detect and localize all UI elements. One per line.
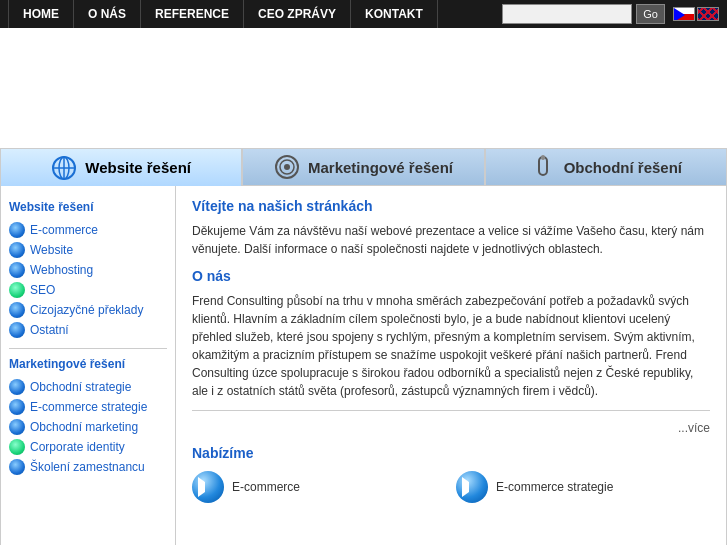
sidebar-item-seo[interactable]: SEO: [9, 280, 167, 300]
nabizime-title: Nabízíme: [192, 445, 710, 461]
bullet-icon: [9, 282, 25, 298]
banner-area: [0, 28, 727, 148]
bullet-icon: [9, 399, 25, 415]
bullet-icon: [9, 419, 25, 435]
language-flags: [673, 7, 719, 21]
sidebar-divider: [9, 348, 167, 349]
nav-ceozpravy[interactable]: CEO ZPRÁVY: [244, 0, 351, 28]
sidebar-item-website[interactable]: Website: [9, 240, 167, 260]
tab-website[interactable]: Website řešení: [0, 148, 242, 186]
nav-reference[interactable]: REFERENCE: [141, 0, 244, 28]
sidebar-section2-title: Marketingové řešení: [9, 357, 167, 371]
nabizime-icon-ecommerce: [192, 471, 224, 503]
tab-website-label: Website řešení: [85, 159, 191, 176]
sidebar-item-obchodni-marketing[interactable]: Obchodní marketing: [9, 417, 167, 437]
search-button[interactable]: Go: [636, 4, 665, 24]
onas-para: Frend Consulting působí na trhu v mnoha …: [192, 292, 710, 400]
globe-icon: [51, 155, 77, 181]
nabizime-label-ecommerce: E-commerce: [232, 480, 300, 494]
nav-kontakt[interactable]: KONTAKT: [351, 0, 438, 28]
sidebar-item-preklady[interactable]: Cizojazyčné překlady: [9, 300, 167, 320]
sidebar-item-corporate-identity[interactable]: Corporate identity: [9, 437, 167, 457]
bullet-icon: [9, 242, 25, 258]
sidebar-item-obchodni-strategie[interactable]: Obchodní strategie: [9, 377, 167, 397]
svg-point-6: [284, 164, 290, 170]
nabizime-item-ecommerce-strategie: E-commerce strategie: [456, 471, 710, 503]
tab-obchodni[interactable]: Obchodní řešení: [485, 148, 727, 186]
sidebar-item-ostatni[interactable]: Ostatní: [9, 320, 167, 340]
main-layout: Website řešení E-commerce Website Webhos…: [0, 186, 727, 545]
nabizime-icon-ecommerce-strategie: [456, 471, 488, 503]
sidebar-item-webhosting[interactable]: Webhosting: [9, 260, 167, 280]
flag-english[interactable]: [697, 7, 719, 21]
nav-home[interactable]: HOME: [8, 0, 74, 28]
tab-marketing[interactable]: Marketingové řešení: [242, 148, 484, 186]
sidebar-section1-title: Website řešení: [9, 200, 167, 214]
sidebar-item-ecommerce-strategie[interactable]: E-commerce strategie: [9, 397, 167, 417]
bullet-icon: [9, 322, 25, 338]
nabizime-grid: E-commerce E-commerce strategie: [192, 471, 710, 503]
tab-marketing-label: Marketingové řešení: [308, 159, 453, 176]
flag-czech[interactable]: [673, 7, 695, 21]
bullet-icon: [9, 459, 25, 475]
target-icon: [274, 154, 300, 180]
bullet-icon: [9, 302, 25, 318]
tab-obchodni-label: Obchodní řešení: [564, 159, 682, 176]
svg-rect-8: [541, 155, 545, 160]
search-input[interactable]: [502, 4, 632, 24]
search-box: Go: [502, 4, 665, 24]
welcome-para: Děkujeme Vám za návštěvu naší webové pre…: [192, 222, 710, 258]
more-link[interactable]: ...více: [192, 421, 710, 435]
nav-onas[interactable]: O NÁS: [74, 0, 141, 28]
bullet-icon: [9, 262, 25, 278]
top-navigation: HOME O NÁS REFERENCE CEO ZPRÁVY KONTAKT …: [0, 0, 727, 28]
sidebar: Website řešení E-commerce Website Webhos…: [1, 186, 176, 545]
tabs-row: Website řešení Marketingové řešení Obcho…: [0, 148, 727, 186]
content-divider: [192, 410, 710, 411]
nabizime-item-ecommerce: E-commerce: [192, 471, 446, 503]
nabizime-label-ecommerce-strategie: E-commerce strategie: [496, 480, 613, 494]
sidebar-item-ecommerce[interactable]: E-commerce: [9, 220, 167, 240]
bullet-icon: [9, 222, 25, 238]
sidebar-item-skoleni[interactable]: Školení zamestnancu: [9, 457, 167, 477]
clip-icon: [530, 154, 556, 180]
content-area: Vítejte na našich stránkách Děkujeme Vám…: [176, 186, 726, 545]
onas-title: O nás: [192, 268, 710, 284]
bullet-icon: [9, 439, 25, 455]
welcome-title: Vítejte na našich stránkách: [192, 198, 710, 214]
bullet-icon: [9, 379, 25, 395]
